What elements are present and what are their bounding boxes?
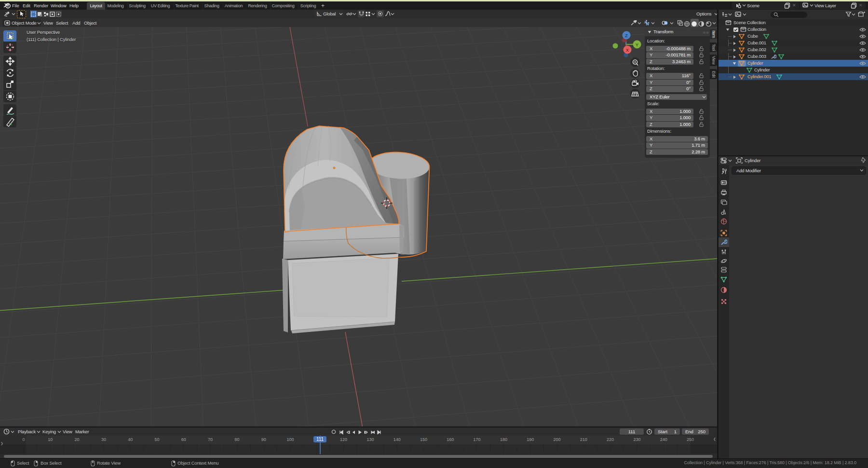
svg-text:Z: Z — [625, 33, 628, 38]
svg-text:X: X — [626, 47, 629, 53]
svg-text:Y: Y — [636, 42, 639, 47]
